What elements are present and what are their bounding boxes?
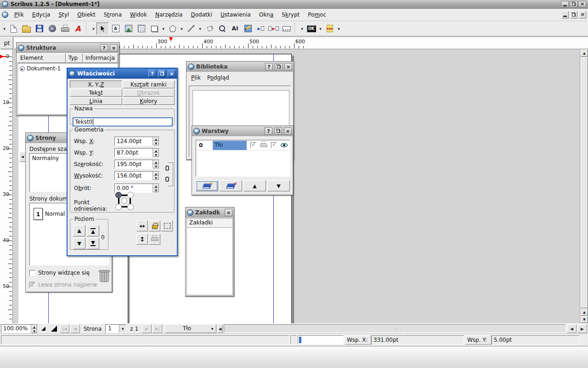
horizontal-scrollbar[interactable] [224, 324, 566, 333]
basepoint-bottomright[interactable] [127, 204, 134, 210]
lower-item-button[interactable]: ▼ [73, 238, 85, 249]
zakladki-list[interactable] [187, 228, 233, 295]
height-up[interactable]: ▲ [153, 172, 159, 176]
menu-dodatki[interactable]: Dodatki [187, 10, 216, 20]
ruler-unit-button[interactable]: pt [0, 37, 13, 49]
name-input[interactable]: Tekst0 [73, 117, 173, 126]
open-document-button[interactable] [20, 23, 33, 35]
facing-pages-checkbox[interactable] [29, 270, 35, 276]
struktura-help-button[interactable]: ? [100, 44, 108, 52]
chain-link-icon[interactable] [165, 166, 169, 171]
layer-name-cell[interactable]: Tło [213, 141, 247, 150]
biblioteka-titlebar[interactable]: Biblioteka ? × [187, 62, 294, 72]
pdf-annotation-tool[interactable]: PDF [323, 23, 336, 35]
tab-xyz[interactable]: X, Y, Z [70, 80, 122, 88]
line-dropdown-arrow-icon[interactable]: ▼ [198, 23, 203, 35]
restore-button[interactable] [570, 1, 577, 7]
tab-ksztalt-ramki[interactable]: Kształt ramki [123, 80, 175, 88]
layer-visible-checkbox[interactable] [271, 142, 277, 148]
width-up[interactable]: ▲ [153, 160, 159, 164]
raise-item-button[interactable]: ▲ [73, 225, 85, 236]
column-informacja[interactable]: Informacja [83, 53, 118, 63]
shape-dropdown-arrow-icon[interactable]: ▼ [161, 23, 166, 35]
chain-link-icon-2[interactable] [165, 177, 169, 182]
menu-skrypt[interactable]: Skrypt [277, 10, 304, 20]
height-down[interactable]: ▼ [153, 176, 159, 180]
zakladki-titlebar[interactable]: Zakładk × [186, 207, 234, 218]
vertical-scrollbar[interactable]: ▲ ▲ ▼ [580, 50, 588, 323]
insert-polygon-button[interactable] [166, 23, 179, 35]
layer-select-combo[interactable]: Tło ▼ [165, 324, 216, 333]
insert-table-button[interactable] [135, 23, 147, 35]
page-number-combo[interactable]: 1 ▼ [105, 324, 126, 333]
vertical-ruler[interactable]: 01020304050 [0, 50, 13, 323]
warstwy-titlebar[interactable]: Warstwy ? × [192, 126, 293, 136]
warstwy-close-button[interactable]: × [284, 127, 292, 135]
page-icon[interactable]: 1 [34, 208, 43, 220]
y-pos-up[interactable]: ▲ [153, 149, 159, 153]
toggle-print-button[interactable] [149, 234, 160, 245]
select-tool-button[interactable] [96, 23, 109, 35]
warstwy-help-button[interactable]: ? [265, 127, 272, 135]
add-layer-button[interactable]: ✦ [196, 180, 218, 191]
zoom-out-button[interactable] [39, 324, 48, 334]
biblioteka-maximize-button[interactable] [275, 63, 283, 70]
y-pos-down[interactable]: ▼ [153, 153, 159, 157]
insert-text-frame-button[interactable]: A [109, 23, 122, 35]
new-document-button[interactable] [7, 23, 20, 35]
unlink-text-frames-button[interactable]: ▶ [267, 23, 280, 35]
struktura-titlebar[interactable]: Struktura ? × [17, 43, 119, 53]
save-document-button[interactable] [33, 23, 45, 35]
pdf-tools-arrow-icon[interactable]: ▼ [300, 23, 305, 35]
menu-edycja[interactable]: Edycja [28, 10, 55, 20]
measurements-button[interactable] [280, 23, 293, 35]
print-button[interactable] [59, 23, 71, 35]
zoom-tool-button[interactable] [216, 23, 228, 35]
wlasciwosci-titlebar[interactable]: Właściwości ? × [68, 69, 177, 79]
x-pos-up[interactable]: ▲ [153, 137, 159, 141]
column-typ[interactable]: Typ [66, 53, 83, 63]
trash-icon[interactable] [99, 269, 109, 282]
y-pos-spinbox[interactable]: 87.00pt▲▼ [114, 148, 159, 157]
menu-obiekt[interactable]: Obiekt [73, 10, 99, 20]
zoom-spinbox[interactable]: 100.00% ▲▼ [1, 324, 38, 333]
menu-plik[interactable]: Plik [10, 10, 28, 20]
lower-to-bottom-button[interactable]: ▼ [87, 238, 99, 249]
tab-kolory[interactable]: Kolory [123, 97, 175, 105]
scroll-down-button[interactable]: ▼ [581, 316, 588, 323]
tools-overflow-arrow-icon[interactable]: ▼ [91, 23, 96, 35]
biblioteka-menu-plik[interactable]: Plik [191, 75, 201, 81]
minimize-button[interactable] [561, 1, 569, 7]
basepoint-bottomleft[interactable] [115, 204, 122, 210]
rotation-down[interactable]: ▼ [153, 188, 159, 192]
menu-strona[interactable]: Strona [100, 10, 126, 20]
tab-linia[interactable]: Linia [70, 97, 122, 105]
struktura-close-button[interactable]: × [110, 44, 118, 52]
text-frame-edge[interactable] [128, 256, 130, 323]
biblioteka-preview-area[interactable] [192, 90, 289, 126]
column-element[interactable]: Element [17, 53, 66, 63]
toolbar-overflow-arrow-icon[interactable]: ▼ [2, 23, 7, 35]
insert-shape-button[interactable] [148, 23, 160, 35]
wlasciwosci-help-button[interactable]: ? [148, 70, 156, 77]
flip-horizontal-button[interactable]: ↔ [136, 220, 148, 231]
biblioteka-help-button[interactable]: ? [265, 63, 273, 70]
hscroll-right-button[interactable]: ▶ [577, 324, 587, 333]
menu-styl[interactable]: Styl [54, 10, 73, 20]
menu-pomoc[interactable]: Pomoc [304, 10, 330, 20]
vertical-scrollbar-thumb[interactable] [581, 58, 588, 308]
layer-print-checkbox[interactable] [250, 142, 256, 148]
expand-icon[interactable]: ▶ [20, 66, 25, 71]
x-pos-spinbox[interactable]: 124.00pt▲▼ [114, 137, 159, 146]
insert-line-button[interactable] [185, 23, 197, 35]
layer-combo-arrow-icon[interactable]: ▼ [209, 325, 216, 333]
export-pdf-button[interactable]: A [72, 23, 84, 35]
wlasciwosci-maximize-button[interactable] [158, 70, 166, 77]
pdf-push-button-tool[interactable]: OK [305, 23, 317, 35]
x-pos-down[interactable]: ▼ [153, 141, 159, 145]
page-combo-arrow-icon[interactable]: ▼ [119, 325, 126, 333]
tab-tekst[interactable]: Tekst [70, 89, 122, 97]
mdi-close-button[interactable]: × [579, 11, 586, 18]
page-item[interactable]: 1 Normal [34, 208, 65, 220]
close-button[interactable]: × [578, 1, 586, 7]
